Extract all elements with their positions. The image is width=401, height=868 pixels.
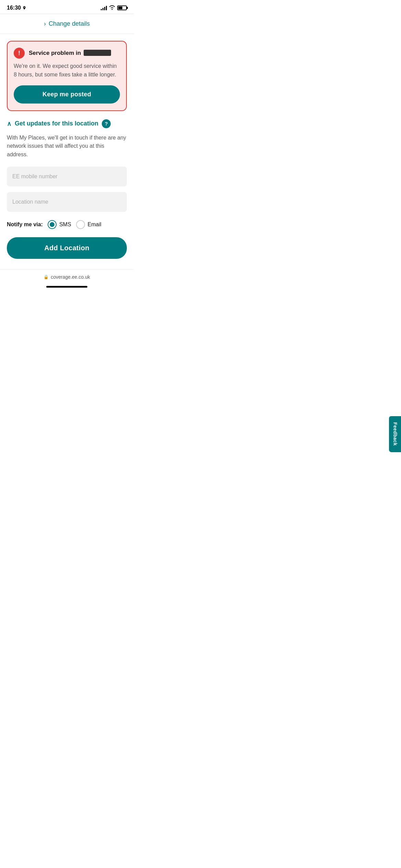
- alert-header: ! Service problem in: [14, 48, 120, 59]
- page-header: › Change details: [0, 14, 134, 34]
- alert-title: Service problem in: [29, 50, 111, 57]
- wifi-icon: [109, 5, 115, 11]
- email-radio-circle[interactable]: [76, 220, 85, 229]
- updates-section-title[interactable]: Get updates for this location: [15, 120, 98, 127]
- sms-radio-inner: [50, 222, 54, 227]
- change-details-link[interactable]: › Change details: [44, 20, 90, 27]
- updates-section-header: ∧ Get updates for this location ?: [7, 119, 127, 128]
- sms-radio-option[interactable]: SMS: [48, 220, 71, 229]
- chevron-up-icon: ∧: [7, 120, 11, 128]
- battery-icon: [117, 5, 127, 10]
- sms-label: SMS: [59, 221, 71, 228]
- home-indicator: [46, 286, 87, 288]
- redacted-location: [84, 50, 111, 56]
- chevron-right-icon: ›: [44, 20, 46, 27]
- notify-label: Notify me via:: [7, 221, 43, 228]
- alert-icon: !: [14, 48, 25, 59]
- wifi-svg: [109, 5, 115, 10]
- main-content: ! Service problem in We're on it. We exp…: [0, 34, 134, 269]
- email-radio-option[interactable]: Email: [76, 220, 101, 229]
- notify-row: Notify me via: SMS Email: [7, 220, 127, 229]
- status-time: 16:30: [7, 5, 26, 11]
- status-icons: [101, 5, 127, 11]
- location-icon: [22, 6, 26, 10]
- change-details-label: Change details: [49, 20, 90, 27]
- help-icon[interactable]: ?: [102, 119, 111, 128]
- keep-posted-button[interactable]: Keep me posted: [14, 85, 120, 104]
- signal-bars: [101, 5, 107, 10]
- sms-radio-circle[interactable]: [48, 220, 57, 229]
- add-location-button[interactable]: Add Location: [7, 237, 127, 259]
- updates-description: With My Places, we'll get in touch if th…: [7, 134, 127, 159]
- alert-card: ! Service problem in We're on it. We exp…: [7, 41, 127, 111]
- mobile-number-input[interactable]: [7, 167, 127, 186]
- lock-icon: 🔒: [44, 275, 49, 279]
- email-label: Email: [88, 221, 101, 228]
- footer-url: coverage.ee.co.uk: [51, 274, 90, 280]
- location-name-input[interactable]: [7, 192, 127, 212]
- page-footer: 🔒 coverage.ee.co.uk: [0, 269, 134, 283]
- status-bar: 16:30: [0, 0, 134, 14]
- alert-body: We're on it. We expect good service with…: [14, 62, 120, 79]
